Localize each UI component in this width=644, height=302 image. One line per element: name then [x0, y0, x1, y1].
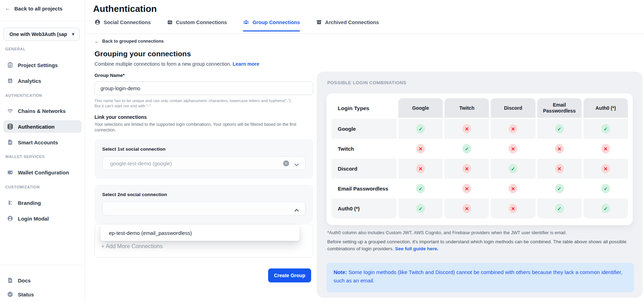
sidebar-item-smart-accounts[interactable]: Smart Accounts [4, 136, 82, 149]
sidebar-item-wallet-configuration[interactable]: Wallet Configuration [4, 166, 82, 179]
cross-icon: ✕ [462, 164, 471, 173]
cross-icon: ✕ [462, 124, 471, 134]
check-icon: ✓ [416, 124, 425, 134]
section-label-wallet-services: WALLET SERVICES [5, 154, 45, 159]
combo-cell-allowed: ✓ [491, 159, 535, 179]
learn-more-link[interactable]: Learn more [233, 61, 259, 67]
combo-cell-not-allowed: ✕ [491, 179, 535, 199]
combo-column-header: Email Passwordless [537, 98, 582, 118]
tab-social-connections[interactable]: Social Connections [94, 19, 151, 31]
check-icon: ✓ [555, 184, 564, 193]
sidebar-item-login-modal[interactable]: Login Modal [4, 212, 82, 225]
back-to-grouped-connections-link[interactable]: ← Back to grouped connections [94, 38, 313, 44]
wallet-icon [7, 169, 13, 175]
first-connection-select[interactable]: google-test-demo (google) ✕ [102, 156, 306, 170]
sidebar-item-label: Branding [18, 200, 41, 206]
cross-icon: ✕ [601, 164, 610, 173]
panel-description: Before setting up a grouped connection, … [327, 238, 634, 252]
tab-label: Group Connections [252, 20, 300, 25]
tab-custom-connections[interactable]: Custom Connections [167, 19, 227, 31]
sidebar: ← Back to all projects One with Web3Auth… [0, 0, 85, 302]
sidebar-item-branding[interactable]: Branding [4, 196, 82, 209]
wifi-icon [7, 108, 13, 114]
sidebar-item-chains-networks[interactable]: Chains & Networks [4, 105, 82, 117]
sidebar-item-label: Analytics [18, 78, 41, 84]
link-connections-help: Your selections are limited to the suppo… [94, 122, 313, 133]
sidebar-item-label: Authentication [18, 124, 55, 130]
cross-icon: ✕ [416, 164, 425, 173]
chevron-down-icon [294, 161, 299, 168]
create-group-button[interactable]: Create Group [268, 268, 311, 282]
combo-cell-not-allowed: ✕ [398, 139, 443, 159]
add-more-connections-label[interactable]: + Add More Connections [101, 243, 163, 250]
tab-bar: Social Connections Custom Connections Gr… [94, 19, 379, 31]
combo-row-label: Discord [331, 159, 397, 179]
sidebar-divider [0, 265, 85, 265]
clipboard-icon [7, 62, 13, 68]
combo-cell-allowed: ✓ [537, 199, 582, 218]
dropdown-option-ep-test-demo[interactable]: ep-test-demo (email_passwordless) [109, 230, 192, 236]
sidebar-item-project-settings[interactable]: Project Settings [4, 59, 82, 71]
sidebar-item-label: Login Modal [18, 216, 49, 222]
panel-description-text: Before setting up a grouped connection, … [327, 239, 626, 251]
file-icon [7, 139, 13, 145]
bar-chart-icon [7, 78, 13, 84]
combo-cell-not-allowed: ✕ [491, 139, 535, 159]
check-circle-icon [7, 291, 13, 297]
sidebar-item-authentication[interactable]: Authentication [4, 120, 82, 133]
check-icon: ✓ [601, 204, 610, 213]
check-icon: ✓ [601, 124, 610, 134]
tab-group-connections[interactable]: Group Connections [243, 19, 300, 31]
docs-icon [7, 277, 13, 283]
sidebar-item-docs[interactable]: Docs [4, 274, 82, 287]
sidebar-divider [0, 20, 85, 21]
check-icon: ✓ [601, 184, 610, 193]
sidebar-item-label: Wallet Configuration [18, 170, 69, 175]
chevron-down-icon: ▼ [71, 32, 75, 37]
cross-icon: ✕ [601, 144, 610, 153]
branding-icon [7, 200, 13, 206]
cross-icon: ✕ [509, 124, 517, 134]
first-connection-value: google-test-demo (google) [110, 160, 172, 166]
project-selector[interactable]: One with Web3Auth (sap ▼ [4, 28, 80, 41]
combo-cell-not-allowed: ✕ [583, 159, 628, 179]
sidebar-item-label: Docs [18, 278, 31, 283]
combo-cell-allowed: ✓ [398, 119, 443, 139]
combo-cell-not-allowed: ✕ [537, 159, 582, 179]
combo-cell-allowed: ✓ [583, 199, 628, 218]
see-full-guide-link[interactable]: See full guide here. [395, 246, 439, 251]
section-label-general: GENERAL [5, 47, 26, 51]
back-to-projects-link[interactable]: ← Back to all projects [5, 5, 63, 12]
combo-cell-not-allowed: ✕ [444, 179, 489, 199]
database-stack-icon [7, 123, 13, 130]
auth0-footnote: *Auth0 column also includes Custom JWT, … [327, 230, 632, 235]
cross-icon: ✕ [416, 144, 425, 153]
combo-row-label: Email Passwordless [331, 179, 397, 199]
tab-archived-connections[interactable]: Archived Connections [316, 19, 379, 31]
login-combinations-panel: POSSIBLE LOGIN COMBINATIONS Login TypesG… [317, 72, 643, 298]
check-icon: ✓ [509, 164, 517, 173]
combo-cell-allowed: ✓ [537, 179, 582, 199]
combo-cell-allowed: ✓ [444, 139, 489, 159]
cross-icon: ✕ [509, 204, 517, 213]
group-name-input[interactable] [94, 81, 313, 95]
user-circle-icon [7, 215, 13, 222]
combo-column-header: Twitch [444, 98, 489, 118]
combo-cell-allowed: ✓ [537, 119, 582, 139]
cross-icon: ✕ [555, 164, 564, 173]
combo-header-login-types: Login Types [331, 98, 397, 118]
project-selector-value: One with Web3Auth (sap [9, 31, 70, 37]
combo-column-header: Auth0 (*) [583, 98, 628, 118]
clear-selection-icon[interactable]: ✕ [283, 160, 289, 166]
cross-icon: ✕ [509, 184, 517, 193]
sidebar-item-analytics[interactable]: Analytics [4, 74, 82, 87]
combo-row-label: Twitch [331, 139, 397, 159]
connection-dropdown-menu: ep-test-demo (email_passwordless) [100, 225, 300, 241]
form-subtitle-text: Combine multiple connections to form a n… [94, 61, 231, 67]
sidebar-item-status[interactable]: Status [4, 288, 82, 301]
add-more-connections-box[interactable]: + Add More Connections ep-test-demo (ema… [94, 224, 313, 258]
combo-cell-not-allowed: ✕ [537, 139, 582, 159]
combinations-table-header: Login TypesGoogleTwitchDiscordEmail Pass… [331, 98, 628, 118]
combo-cell-allowed: ✓ [583, 179, 628, 199]
second-connection-select[interactable] [102, 202, 306, 216]
